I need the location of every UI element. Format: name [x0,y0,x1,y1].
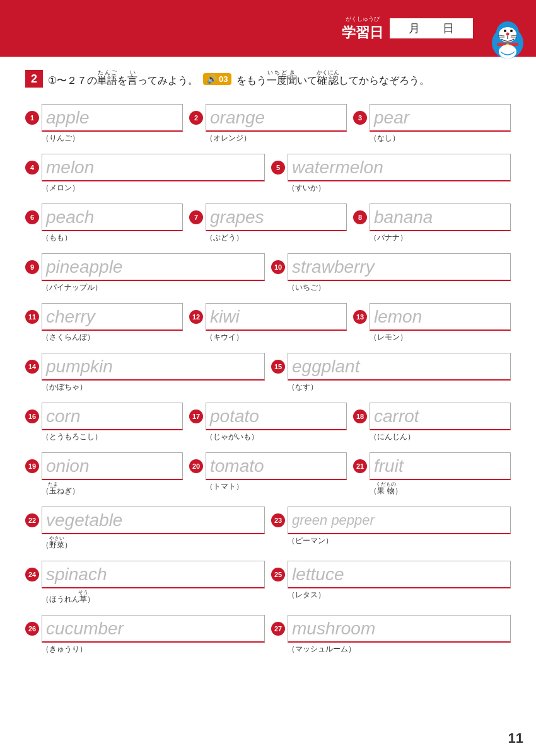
word-num-19: 19 [25,459,39,473]
word-box-8[interactable]: banana [370,203,511,231]
word-num-6: 6 [25,210,39,224]
word-unit-26: 26 cucumber （きゅうり） [25,615,265,655]
words-row-1: 1 apple （りんご） 2 orange （オレンジ） 3 [25,104,511,144]
word-entry-2: 2 orange [189,104,347,132]
word-text-3: pear [374,109,409,127]
word-box-17[interactable]: potato [206,403,347,430]
word-text-21: fruit [374,457,404,475]
word-box-15[interactable]: eggplant [288,353,511,381]
word-reading-7: （ぶどう） [189,232,347,243]
word-unit-15: 15 eggplant （なす） [271,353,511,392]
word-box-11[interactable]: cherry [42,303,183,331]
word-text-4: melon [46,159,94,176]
word-text-5: watermelon [292,159,383,176]
word-box-10[interactable]: strawberry [288,253,511,281]
word-text-6: peach [46,209,94,226]
word-box-12[interactable]: kiwi [206,303,347,331]
word-text-17: potato [210,408,259,425]
section-header: 2 ①〜()２７()の単語(たんご)を言(い)ってみよう。 🔊 03 をもう一度… [25,69,511,88]
word-num-8: 8 [353,210,367,224]
word-box-2[interactable]: orange [206,104,347,132]
word-num-26: 26 [25,622,39,636]
word-box-22[interactable]: vegetable [42,507,265,534]
word-num-17: 17 [189,410,203,423]
word-text-10: strawberry [292,258,375,276]
word-entry-21: 21 fruit [353,452,511,480]
words-row-3: 6 peach （もも） 7 grapes （ぶどう） 8 [25,203,511,243]
word-box-9[interactable]: pineapple [42,253,265,281]
word-box-21[interactable]: fruit [370,452,511,480]
word-box-27[interactable]: mushroom [288,615,511,643]
word-box-7[interactable]: grapes [206,203,347,231]
word-box-23[interactable]: green pepper [288,507,511,534]
word-unit-22: 22 vegetable （野菜やさい） [25,507,265,551]
section-number: 2 [25,70,43,88]
word-text-23: green pepper [292,513,375,527]
word-text-12: kiwi [210,308,240,326]
header: がくしゅうび 学習日 月 日 [0,0,536,57]
word-box-19[interactable]: onion [42,452,183,480]
word-box-14[interactable]: pumpkin [42,353,265,381]
word-num-10: 10 [271,260,285,274]
word-unit-23: 23 green pepper （ピーマン） [271,507,511,551]
word-box-18[interactable]: carrot [370,403,511,430]
word-num-7: 7 [189,210,203,224]
word-num-24: 24 [25,568,39,581]
word-entry-7: 7 grapes [189,203,347,231]
words-row-10: 24 spinach （ほうれん草そう） 25 lettuce （レタス） [25,561,511,605]
word-entry-16: 16 corn [25,403,183,430]
word-text-27: mushroom [292,620,375,638]
words-row-7: 16 corn （とうもろこし） 17 potato （じゃがいも） [25,403,511,442]
word-reading-14: （かぼちゃ） [25,382,265,392]
word-box-25[interactable]: lettuce [288,561,511,588]
word-reading-21: （果物くだもの） [353,481,511,496]
study-day-label-box: がくしゅうび 学習日 [342,15,383,42]
word-text-24: spinach [46,566,107,583]
word-entry-8: 8 banana [353,203,511,231]
word-box-13[interactable]: lemon [370,303,511,331]
word-text-18: carrot [374,408,419,425]
word-reading-8: （バナナ） [353,232,511,243]
word-text-16: corn [46,408,80,425]
date-input-box[interactable]: 月 日 [390,18,473,38]
study-day-area: がくしゅうび 学習日 月 日 [342,15,473,42]
word-text-7: grapes [210,209,264,226]
word-num-13: 13 [353,310,367,324]
word-entry-5: 5 watermelon [271,154,511,181]
word-entry-12: 12 kiwi [189,303,347,331]
svg-point-6 [510,30,513,32]
word-entry-19: 19 onion [25,452,183,480]
word-box-1[interactable]: apple [42,104,183,132]
word-unit-3: 3 pear （なし） [353,104,511,144]
word-unit-25: 25 lettuce （レタス） [271,561,511,605]
word-entry-17: 17 potato [189,403,347,430]
audio-badge[interactable]: 🔊 03 [203,73,231,85]
audio-icon: 🔊 [207,74,217,84]
word-unit-5: 5 watermelon （すいか） [271,154,511,193]
word-box-4[interactable]: melon [42,154,265,181]
word-box-16[interactable]: corn [42,403,183,430]
word-box-6[interactable]: peach [42,203,183,231]
word-box-20[interactable]: tomato [206,452,347,480]
word-box-5[interactable]: watermelon [288,154,511,181]
svg-point-5 [504,30,506,32]
word-entry-14: 14 pumpkin [25,353,265,381]
word-unit-8: 8 banana （バナナ） [353,203,511,243]
word-reading-13: （レモン） [353,332,511,343]
word-entry-27: 27 mushroom [271,615,511,643]
svg-point-15 [499,45,516,59]
word-entry-3: 3 pear [353,104,511,132]
word-text-11: cherry [46,308,95,326]
word-text-19: onion [46,457,90,475]
word-box-26[interactable]: cucumber [42,615,265,643]
word-entry-26: 26 cucumber [25,615,265,643]
word-reading-23: （ピーマン） [271,536,511,546]
word-reading-12: （キウイ） [189,332,347,343]
word-box-3[interactable]: pear [370,104,511,132]
word-num-21: 21 [353,459,367,473]
word-reading-6: （もも） [25,232,183,243]
word-unit-2: 2 orange （オレンジ） [189,104,347,144]
word-box-24[interactable]: spinach [42,561,265,588]
word-reading-5: （すいか） [271,183,511,193]
word-text-9: pineapple [46,258,122,276]
